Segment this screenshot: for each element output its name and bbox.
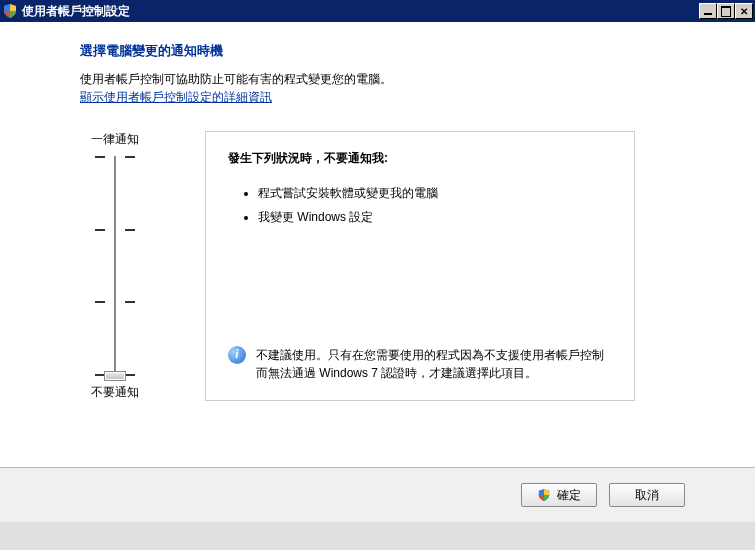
description-text: 使用者帳戶控制可協助防止可能有害的程式變更您的電腦。 <box>80 70 695 88</box>
info-icon <box>228 346 246 364</box>
notification-level-slider[interactable] <box>95 156 135 376</box>
slider-track <box>114 156 116 376</box>
info-panel-heading: 發生下列狀況時，不要通知我: <box>228 150 612 167</box>
info-list-item: 我變更 Windows 設定 <box>258 205 612 229</box>
info-list: 程式嘗試安裝軟體或變更我的電腦 我變更 Windows 設定 <box>228 181 612 229</box>
page-heading: 選擇電腦變更的通知時機 <box>80 42 695 60</box>
slider-thumb[interactable] <box>104 371 126 381</box>
slider-tick <box>95 301 135 303</box>
cancel-button[interactable]: 取消 <box>609 483 685 507</box>
close-button[interactable] <box>735 3 753 19</box>
details-link[interactable]: 顯示使用者帳戶控制設定的詳細資訊 <box>80 89 272 106</box>
window-controls <box>699 3 753 19</box>
slider-tick <box>95 156 135 158</box>
ok-button-label: 確定 <box>557 487 581 504</box>
minimize-button[interactable] <box>699 3 717 19</box>
slider-label-always: 一律通知 <box>91 131 139 148</box>
warning-row: 不建議使用。只有在您需要使用的程式因為不支援使用者帳戶控制而無法通過 Windo… <box>228 276 612 382</box>
cancel-button-label: 取消 <box>635 487 659 504</box>
info-panel: 發生下列狀況時，不要通知我: 程式嘗試安裝軟體或變更我的電腦 我變更 Windo… <box>205 131 635 401</box>
main-row: 一律通知 不要通知 發生下列狀況時，不要通知我: 程式嘗試安裝軟體或變更我的電腦… <box>80 131 695 401</box>
info-list-item: 程式嘗試安裝軟體或變更我的電腦 <box>258 181 612 205</box>
titlebar: 使用者帳戶控制設定 <box>0 0 755 22</box>
slider-tick <box>95 229 135 231</box>
window-title: 使用者帳戶控制設定 <box>22 3 699 20</box>
footer: 確定 取消 <box>0 467 755 522</box>
maximize-button[interactable] <box>717 3 735 19</box>
warning-text: 不建議使用。只有在您需要使用的程式因為不支援使用者帳戶控制而無法通過 Windo… <box>256 346 612 382</box>
ok-button[interactable]: 確定 <box>521 483 597 507</box>
content-area: 選擇電腦變更的通知時機 使用者帳戶控制可協助防止可能有害的程式變更您的電腦。 顯… <box>0 22 755 467</box>
shield-icon <box>2 3 18 19</box>
bottom-area <box>0 522 755 550</box>
slider-column: 一律通知 不要通知 <box>80 131 150 401</box>
slider-label-never: 不要通知 <box>91 384 139 401</box>
shield-icon <box>537 488 551 502</box>
uac-settings-window: 使用者帳戶控制設定 選擇電腦變更的通知時機 使用者帳戶控制可協助防止可能有害的程… <box>0 0 755 550</box>
